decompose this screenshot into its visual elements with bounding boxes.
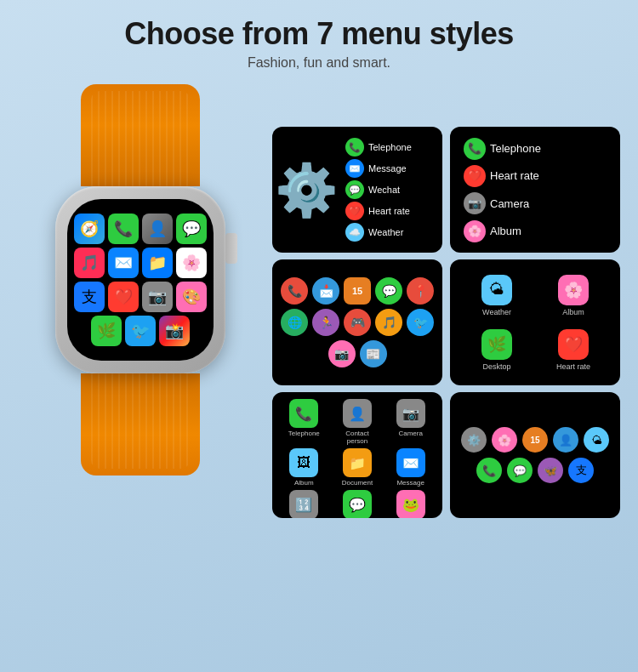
panel4-label-2: Desktop bbox=[482, 362, 510, 371]
contact-icon5: 👤 bbox=[343, 399, 372, 428]
panel5-label: Message bbox=[396, 479, 424, 487]
panel5-item: 👤 Contact person bbox=[335, 399, 379, 445]
panel5-item: 🔢 Calculator bbox=[282, 490, 326, 518]
panel2-item-2: Camera bbox=[490, 197, 529, 210]
panel5-label: Telephone bbox=[288, 430, 320, 437]
album-icon4: 🌸 bbox=[558, 275, 589, 305]
circle-icon6: 👤 bbox=[553, 427, 578, 453]
circle-icon: 🎮 bbox=[344, 309, 371, 336]
panel5-item: 💬 Wechat bbox=[335, 490, 379, 518]
circle-icon6: 💬 bbox=[507, 458, 533, 483]
panel5-item: 📷 Camera bbox=[389, 399, 433, 445]
app-wechat: 💬 bbox=[176, 214, 207, 244]
heart-icon2: ❤️ bbox=[464, 165, 486, 187]
panel4-cell-0: 🌤 Weather bbox=[459, 268, 535, 322]
panel1-item-3-label: Heart rate bbox=[368, 206, 410, 216]
calc-icon5: 🔢 bbox=[289, 490, 318, 518]
panel2-item-1: Heart rate bbox=[490, 169, 539, 182]
watch-band-top bbox=[81, 84, 200, 186]
app-files: 📁 bbox=[142, 248, 173, 278]
panel5-row-2: 🔢 Calculator 💬 Wechat 🐸 Theme bbox=[277, 490, 437, 518]
page-subtitle: Fashion, fun and smart. bbox=[124, 55, 514, 71]
circle-icon6: 🌸 bbox=[492, 427, 517, 453]
message-icon: ✉️ bbox=[345, 159, 364, 178]
panel2-item-3: Album bbox=[490, 225, 521, 237]
list-item: 💬 Wechat bbox=[345, 180, 437, 199]
content-row: 🧭 📞 👤 💬 🎵 ✉️ 📁 🌸 支 ❤️ � bbox=[17, 84, 621, 561]
watch-body: 🧭 📞 👤 💬 🎵 ✉️ 📁 🌸 支 ❤️ � bbox=[38, 84, 242, 561]
circle-icon: 📷 bbox=[328, 340, 356, 367]
panel1-item-0-label: Telephone bbox=[368, 142, 412, 152]
menu-panel-5: 📞 Telephone 👤 Contact person 📷 Camera 🖼 bbox=[272, 392, 442, 518]
circle-icon6: 支 bbox=[568, 458, 594, 483]
heart-icon: ❤️ bbox=[345, 202, 364, 220]
gear-icon: ⚙️ bbox=[272, 127, 340, 253]
menu-panel-1: ⚙️ 📞 Telephone ✉️ Message 💬 Wechat bbox=[272, 127, 442, 253]
heart-icon4: ❤️ bbox=[558, 329, 589, 360]
circle-icon: 📍 bbox=[407, 277, 434, 305]
panel5-label: Album bbox=[294, 479, 314, 487]
circle-icon: 🐦 bbox=[407, 309, 434, 336]
panel4-cell-3: ❤️ Heart rate bbox=[535, 322, 612, 377]
watch-container: 🧭 📞 👤 💬 🎵 ✉️ 📁 🌸 支 ❤️ � bbox=[17, 84, 264, 561]
panel4-label-1: Album bbox=[562, 308, 584, 316]
menu-panel-3: 📞 📩 15 💬 📍 🌐 🏃 🎮 🎵 🐦 📷 📰 bbox=[272, 259, 442, 385]
desktop-icon4: 🌿 bbox=[481, 329, 512, 360]
watch-case: 🧭 📞 👤 💬 🎵 ✉️ 📁 🌸 支 ❤️ � bbox=[55, 186, 225, 373]
panel5-item: ✉️ Message bbox=[389, 448, 433, 487]
app-daisy: 🌿 bbox=[91, 316, 122, 346]
page-title: Choose from 7 menu styles bbox=[124, 15, 514, 52]
circle-icon: 🌐 bbox=[281, 309, 308, 336]
circle-icon: 🏃 bbox=[312, 309, 339, 336]
circle-icon: 💬 bbox=[375, 277, 402, 305]
weather-icon: ☁️ bbox=[345, 223, 364, 242]
list-item: 📞 Telephone bbox=[345, 138, 437, 157]
doc-icon5: 📁 bbox=[343, 448, 372, 477]
watch-band-bottom bbox=[81, 373, 200, 476]
watch-screen: 🧭 📞 👤 💬 🎵 ✉️ 📁 🌸 支 ❤️ � bbox=[67, 199, 214, 361]
watch-apps: 🧭 📞 👤 💬 🎵 ✉️ 📁 🌸 支 ❤️ � bbox=[67, 199, 214, 361]
circle-icon6: ⚙️ bbox=[461, 427, 487, 453]
app-safari: 🧭 bbox=[74, 214, 105, 244]
phone-icon2: 📞 bbox=[464, 138, 486, 160]
list-item: 📷 Camera bbox=[464, 192, 607, 214]
panel4-label-3: Heart rate bbox=[556, 362, 590, 371]
panel1-list: 📞 Telephone ✉️ Message 💬 Wechat ❤️ Heart… bbox=[340, 127, 442, 253]
panel5-item: 📁 Document bbox=[335, 448, 379, 487]
panel5-label: Document bbox=[342, 479, 373, 487]
header: Choose from 7 menu styles Fashion, fun a… bbox=[124, 15, 514, 71]
panel5-label: Contact person bbox=[335, 430, 379, 445]
panel4-label-0: Weather bbox=[482, 308, 511, 316]
list-item: ✉️ Message bbox=[345, 159, 437, 178]
list-item: ❤️ Heart rate bbox=[464, 165, 607, 187]
app-paint: 🎨 bbox=[176, 282, 207, 312]
list-item: 🌸 Album bbox=[464, 220, 607, 242]
phone-icon: 📞 bbox=[345, 138, 364, 157]
menu-panel-2: 📞 Telephone ❤️ Heart rate 📷 Camera 🌸 Alb… bbox=[450, 127, 620, 253]
phone-icon5: 📞 bbox=[289, 399, 318, 428]
panel1-item-2-label: Wechat bbox=[368, 185, 400, 195]
panel1-item-4-label: Weather bbox=[368, 227, 403, 237]
panel2-item-0: Telephone bbox=[490, 142, 541, 155]
wechat-icon5: 💬 bbox=[343, 490, 372, 518]
camera-icon5: 📷 bbox=[396, 399, 425, 428]
msg-icon5: ✉️ bbox=[396, 448, 425, 477]
panel5-label: Camera bbox=[398, 430, 422, 437]
circle-icon: 📞 bbox=[281, 277, 308, 305]
panel5-row-1: 🖼 Album 📁 Document ✉️ Message bbox=[277, 448, 437, 487]
theme-icon5: 🐸 bbox=[396, 490, 425, 518]
panel5-row-0: 📞 Telephone 👤 Contact person 📷 Camera bbox=[277, 399, 437, 445]
app-alipay: 支 bbox=[74, 282, 105, 312]
circle-icon: 📩 bbox=[312, 277, 339, 305]
panel4-cell-1: 🌸 Album bbox=[535, 268, 612, 322]
panel4-cell-2: 🌿 Desktop bbox=[459, 322, 535, 377]
app-contacts: 👤 bbox=[142, 214, 173, 244]
app-instagram: 📸 bbox=[159, 316, 190, 346]
circle-icon: 🎵 bbox=[375, 309, 402, 336]
app-mail: ✉️ bbox=[108, 248, 139, 278]
weather-icon4: 🌤 bbox=[481, 275, 512, 305]
circle-icon: 📰 bbox=[360, 340, 387, 367]
panel1-item-1-label: Message bbox=[368, 163, 407, 174]
circle-icon6: 📞 bbox=[476, 458, 502, 483]
app-camera: 📷 bbox=[142, 282, 173, 312]
